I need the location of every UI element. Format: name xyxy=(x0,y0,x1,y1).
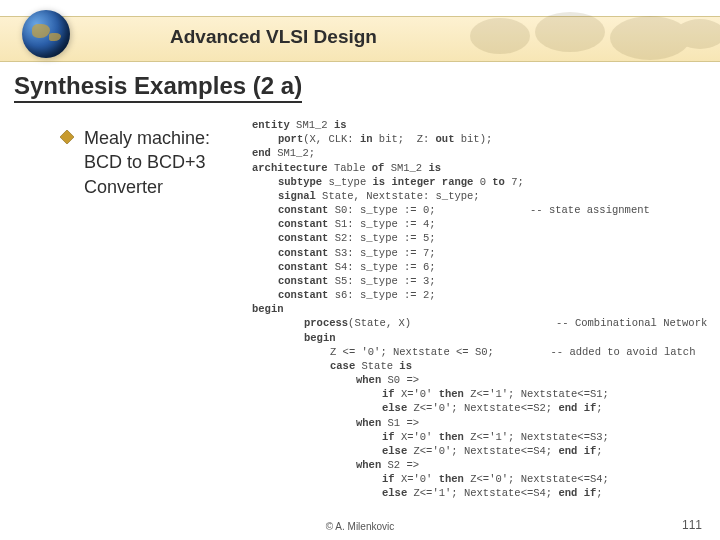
svg-rect-4 xyxy=(60,130,74,144)
vhdl-code-block: entity SM1_2 is port(X, CLK: in bit; Z: … xyxy=(252,118,692,501)
slide-title: Synthesis Examples (2 a) xyxy=(14,72,302,103)
bullet-text: Mealy machine: BCD to BCD+3 Converter xyxy=(84,126,220,199)
world-map-decor xyxy=(460,6,720,66)
footer-credit: © A. Milenkovic xyxy=(326,521,395,532)
svg-point-1 xyxy=(535,12,605,52)
course-title: Advanced VLSI Design xyxy=(170,26,377,48)
bullet-item: Mealy machine: BCD to BCD+3 Converter xyxy=(60,126,220,199)
diamond-bullet-icon xyxy=(60,130,74,144)
globe-icon xyxy=(22,10,70,58)
page-number: 111 xyxy=(682,518,702,532)
svg-point-0 xyxy=(470,18,530,54)
bullet-list: Mealy machine: BCD to BCD+3 Converter xyxy=(60,126,220,199)
